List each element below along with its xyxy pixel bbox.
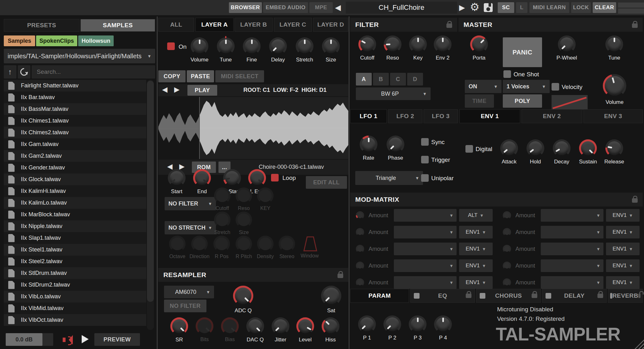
mod-destination-dropdown[interactable]: ▼ — [541, 226, 603, 238]
tab-reverb[interactable]: REVERB — [608, 289, 643, 303]
stereo-knob[interactable]: Stereo — [275, 236, 299, 259]
list-item[interactable]: IIx VibOct.talwav — [4, 314, 146, 326]
preview-gain-slider[interactable]: 0.0 dB — [6, 333, 53, 346]
lfo-phase-knob[interactable]: Phase — [383, 136, 407, 161]
mod-destination-dropdown[interactable]: ▼ — [541, 259, 603, 272]
level-knob[interactable]: Level — [293, 317, 317, 343]
mod-amount-knob[interactable] — [356, 245, 364, 253]
filter-layer-a-button[interactable]: A — [356, 73, 372, 86]
eq-enable-checkbox[interactable] — [414, 293, 420, 299]
poly-button[interactable]: POLY — [503, 94, 542, 108]
layer-size2-knob[interactable]: Size — [232, 212, 256, 235]
mod-amount-knob[interactable] — [503, 228, 511, 236]
lfo-trigger-checkbox[interactable] — [421, 156, 429, 163]
list-item[interactable]: IIx StlDrum2.talwav — [4, 279, 146, 291]
resampler-model-dropdown[interactable]: AM6070▼ — [164, 286, 214, 298]
file-list-scrollbar[interactable] — [147, 81, 154, 302]
filter-layer-d-button[interactable]: D — [407, 73, 423, 86]
dac-q-knob[interactable]: DAC Q — [243, 317, 267, 343]
filter-cutoff-knob[interactable]: Cutoff — [355, 35, 379, 61]
mod-source-dropdown[interactable]: ENV1▼ — [459, 276, 493, 289]
mpe-button[interactable]: MPE — [309, 2, 333, 13]
p-wheel-knob[interactable]: P-Wheel — [555, 35, 579, 61]
mod-amount-knob[interactable] — [503, 245, 511, 253]
filter-layer-c-button[interactable]: C — [390, 73, 406, 86]
loop-checkbox[interactable] — [271, 174, 279, 181]
one-shot-checkbox[interactable] — [503, 70, 511, 78]
midi-select-button[interactable]: MIDI SELECT — [215, 70, 264, 82]
adc-q-knob[interactable]: ADC Q — [231, 286, 255, 314]
delay-enable-checkbox[interactable] — [546, 293, 551, 299]
direction-knob[interactable]: Direction — [187, 236, 212, 259]
list-item[interactable]: IIx Bar.talwav — [4, 92, 146, 103]
list-item[interactable]: IIx Steel2.talwav — [4, 256, 146, 267]
chip-samples[interactable]: Samples — [4, 35, 35, 46]
samples-tab[interactable]: SAMPLES — [80, 19, 155, 32]
tab-lfo-2[interactable]: LFO 2 — [388, 109, 422, 123]
mod-source-dropdown[interactable]: ENV1▼ — [606, 259, 640, 272]
mod-amount-knob[interactable] — [356, 262, 364, 270]
window-display[interactable]: Window — [298, 236, 322, 259]
lfo-unipolar-checkbox[interactable] — [421, 174, 429, 182]
paste-button[interactable]: PASTE — [187, 70, 214, 82]
volume-knob[interactable]: Volume — [187, 37, 212, 63]
prev-zone-icon[interactable]: ◀ — [162, 86, 167, 94]
chorus-enable-checkbox[interactable] — [480, 293, 485, 299]
p1-knob[interactable]: P 1 — [355, 315, 379, 341]
chip-spokenclips[interactable]: SpokenClips — [36, 35, 77, 46]
env-attack-knob[interactable]: Attack — [497, 139, 521, 165]
r-pitch-knob[interactable]: R Pitch — [232, 236, 256, 259]
hiss-knob[interactable]: Hiss — [319, 317, 343, 343]
list-item[interactable]: IIx KalimLo.talwav — [4, 197, 146, 209]
list-item[interactable]: IIx KalimHi.talwav — [4, 185, 146, 197]
list-item[interactable]: IIx BassMar.talwav — [4, 103, 146, 115]
tab-all[interactable]: ALL — [158, 18, 194, 32]
save-icon[interactable] — [484, 3, 493, 12]
env-hold-knob[interactable]: Hold — [523, 139, 547, 165]
mod-source-dropdown[interactable]: ALT▼ — [459, 209, 493, 222]
list-item[interactable]: IIx Gender.talwav — [4, 162, 146, 174]
bias-knob[interactable]: Bias — [218, 317, 242, 342]
resize-handle[interactable] — [635, 339, 644, 349]
layer-key-knob[interactable]: KEY — [253, 187, 277, 211]
layer-on-checkbox[interactable] — [167, 42, 175, 50]
list-item[interactable]: IIx Gam.talwav — [4, 138, 146, 150]
presets-tab[interactable]: PRESETS — [4, 19, 79, 32]
list-item[interactable]: IIx VibMid.talwav — [4, 302, 146, 314]
preset-title[interactable]: CH_FullChoire — [346, 2, 457, 14]
preview-play-icon[interactable] — [82, 335, 89, 343]
octave-knob[interactable]: Octave — [165, 236, 189, 259]
master-tune-knob[interactable]: Tune — [602, 35, 626, 61]
env-digital-checkbox[interactable] — [465, 145, 473, 153]
lfo-waveform-dropdown[interactable]: Triangle▼ — [355, 171, 423, 185]
mod-amount-knob[interactable] — [503, 278, 511, 287]
filter-env2-knob[interactable]: Env 2 — [431, 35, 455, 61]
list-item[interactable]: IIx Nipple.talwav — [4, 220, 146, 232]
stretch-knob[interactable]: Stretch — [293, 37, 317, 63]
mod-destination-dropdown[interactable]: ▼ — [394, 259, 457, 272]
refresh-button[interactable] — [18, 65, 30, 79]
master-volume-knob[interactable]: Volume — [603, 74, 627, 105]
sat-knob[interactable]: Sat — [319, 286, 343, 314]
l-button[interactable]: L — [516, 2, 527, 13]
mod-amount-knob[interactable] — [356, 211, 364, 219]
chip-hollowsun[interactable]: Hollowsun — [78, 35, 114, 46]
mod-source-dropdown[interactable]: ENV1▼ — [459, 259, 493, 272]
resampler-filter-button[interactable]: NO FILTER — [164, 300, 206, 312]
tab-env-3[interactable]: ENV 3 — [584, 109, 643, 123]
layer-cutoff-knob[interactable]: Cutoff — [210, 187, 234, 211]
r-pos-knob[interactable]: R Pos — [210, 236, 234, 259]
list-item[interactable]: IIx MarBlock.talwav — [4, 209, 146, 220]
tab-lfo-3[interactable]: LFO 3 — [424, 109, 458, 123]
tab-delay[interactable]: DELAY — [542, 289, 607, 303]
list-item[interactable]: IIx VibLo.talwav — [4, 291, 146, 302]
lock-icon[interactable] — [597, 294, 603, 298]
prev-preset-icon[interactable]: ◀ — [335, 3, 341, 13]
mod-amount-knob[interactable] — [503, 211, 511, 219]
midi-learn-button[interactable]: MIDI LEARN — [529, 2, 569, 13]
mod-source-dropdown[interactable]: ENV1▼ — [606, 209, 640, 222]
filter-layer-b-button[interactable]: B — [373, 73, 389, 86]
waveform-start-marker[interactable] — [199, 97, 200, 159]
jitter-knob[interactable]: Jitter — [268, 317, 293, 343]
tab-chorus[interactable]: CHORUS — [476, 289, 541, 303]
